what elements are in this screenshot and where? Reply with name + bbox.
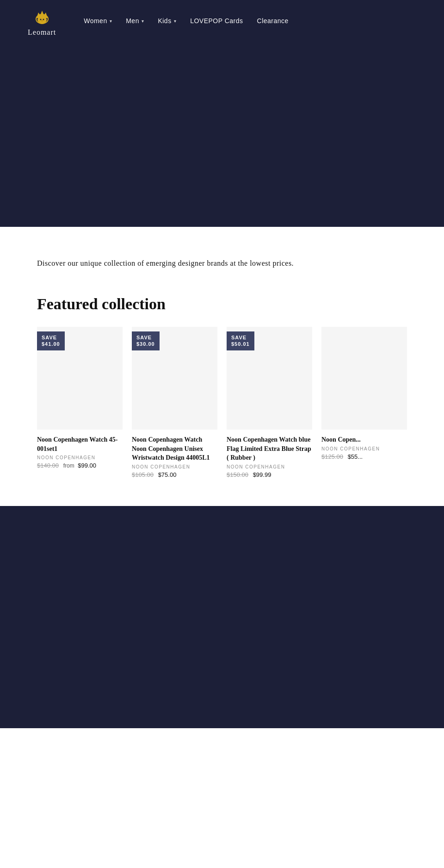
product-brand: NOON COPENHAGEN [37,455,123,460]
bottom-section [0,728,444,830]
product-card[interactable]: Noon Copen... NOON COPENHAGEN $125.00 $5… [321,327,407,478]
original-price: $125.00 [321,453,343,460]
price-from: from [63,462,74,469]
product-brand: NOON COPENHAGEN [227,464,312,469]
product-price: $140.00 from $99.00 [37,462,123,469]
site-header: Leomart Women ▾ Men ▾ Kids ▾ LOVEPOP Car… [0,0,444,42]
chevron-down-icon: ▾ [142,19,144,24]
featured-section: Featured collection SAVE $41.00 Noon Cop… [0,286,444,506]
save-badge: SAVE $41.00 [37,331,65,350]
product-image: SAVE $30.00 [132,327,217,430]
original-price: $140.00 [37,462,59,469]
product-price: $150.00 $99.99 [227,471,312,478]
product-title: Noon Copenhagen Watch blue Flag Limited … [227,435,312,462]
products-grid: SAVE $41.00 Noon Copenhagen Watch 45-001… [37,327,407,478]
product-title: Noon Copenhagen Watch 45-001set1 [37,435,123,453]
hero-section [0,42,444,227]
nav-item-men[interactable]: Men ▾ [126,17,144,25]
sale-price: $55... [348,453,363,460]
product-brand: NOON COPENHAGEN [132,464,217,469]
nav-item-kids[interactable]: Kids ▾ [158,17,176,25]
product-card[interactable]: SAVE $50.01 Noon Copenhagen Watch blue F… [227,327,312,478]
logo[interactable]: Leomart [28,5,56,37]
original-price: $105.00 [132,471,154,478]
product-card[interactable]: SAVE $30.00 Noon Copenhagen Watch Noon C… [132,327,217,478]
save-badge: SAVE $50.01 [227,331,254,350]
svg-point-5 [41,20,43,21]
nav-item-women[interactable]: Women ▾ [84,17,112,25]
logo-icon [31,5,53,27]
product-brand: NOON COPENHAGEN [321,446,407,451]
nav-item-lovepop[interactable]: LOVEPOP Cards [190,17,243,25]
chevron-down-icon: ▾ [110,19,112,24]
product-title: Noon Copenhagen Watch Noon Copenhagen Un… [132,435,217,462]
tagline-text: Discover our unique collection of emergi… [37,259,407,268]
sale-price: $99.99 [253,471,271,478]
product-image [321,327,407,430]
sale-price: $75.00 [158,471,177,478]
product-image: SAVE $50.01 [227,327,312,430]
product-title: Noon Copen... [321,435,407,444]
logo-text: Leomart [28,28,56,37]
svg-point-3 [40,19,41,20]
chevron-down-icon: ▾ [174,19,177,24]
dark-banner-section [0,506,444,728]
svg-point-4 [43,19,44,20]
product-price: $105.00 $75.00 [132,471,217,478]
nav-item-clearance[interactable]: Clearance [257,17,289,25]
product-price: $125.00 $55... [321,453,407,460]
main-nav: Women ▾ Men ▾ Kids ▾ LOVEPOP Cards Clear… [84,17,289,25]
original-price: $150.00 [227,471,248,478]
save-badge: SAVE $30.00 [132,331,160,350]
tagline-section: Discover our unique collection of emergi… [0,227,444,286]
sale-price: $99.00 [78,462,96,469]
featured-title: Featured collection [37,295,407,313]
product-card[interactable]: SAVE $41.00 Noon Copenhagen Watch 45-001… [37,327,123,478]
product-image: SAVE $41.00 [37,327,123,430]
